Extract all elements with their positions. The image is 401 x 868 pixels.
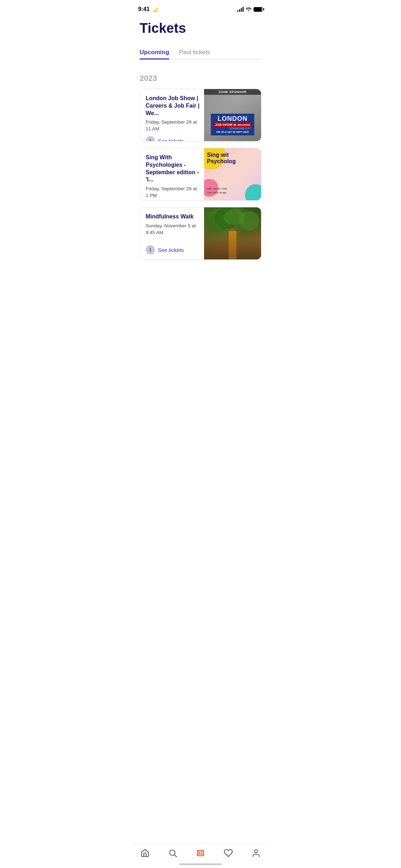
tab-upcoming[interactable]: Upcoming [140, 46, 169, 59]
event-title-sing: Sing With Psychologies - September editi… [146, 154, 200, 184]
tabs-container: Upcoming Past tickets [140, 46, 261, 60]
zone-sponsor-bar: ZONE SPONSOR [204, 89, 261, 95]
event-info-london-job-show: London Job Show | Careers & Job Fair | W… [140, 89, 204, 141]
sing-card-subtitle: with James SillsThe Sofa Singe [207, 187, 260, 195]
status-bar: 9:41 🌙 [131, 0, 270, 17]
see-tickets-link-london[interactable]: See tickets [158, 138, 184, 141]
event-image-sing: Sing wit Psycholog with James SillsThe S… [204, 148, 261, 200]
tab-past-tickets[interactable]: Past tickets [179, 46, 210, 59]
ticket-badge-mindfulness: 1 [146, 245, 155, 254]
event-card-mindfulness[interactable]: Mindfulness Walk Sunday, November 5 at 9… [140, 207, 261, 260]
event-date-london-job-show: Friday, September 29 at 11 AM [146, 119, 200, 133]
event-info-sing: Sing With Psychologies - September editi… [140, 148, 204, 200]
mindfulness-photo [204, 207, 261, 259]
event-title-london-job-show: London Job Show | Careers & Job Fair | W… [146, 95, 200, 117]
sing-card-title: Sing wit Psycholog [207, 152, 260, 164]
main-content: Tickets Upcoming Past tickets 2023 Londo… [131, 17, 270, 302]
event-card-sing[interactable]: Sing With Psychologies - September editi… [140, 148, 261, 201]
event-image-london-job-show: ZONE SPONSOR LONDON JOB SHOW ▶ Westfield… [204, 89, 261, 141]
event-date-mindfulness: Sunday, November 5 at 9:45 AM [146, 223, 200, 236]
event-info-mindfulness: Mindfulness Walk Sunday, November 5 at 9… [140, 207, 204, 259]
see-tickets-row-mindfulness: 1 See tickets [146, 245, 200, 254]
battery-icon [254, 7, 263, 12]
page-title: Tickets [140, 21, 261, 36]
event-image-mindfulness [204, 207, 261, 259]
moon-icon: 🌙 [152, 6, 158, 12]
event-title-mindfulness: Mindfulness Walk [146, 213, 200, 221]
london-job-photo: ZONE SPONSOR LONDON JOB SHOW ▶ Westfield… [204, 89, 261, 141]
ticket-badge-london: 1 [146, 136, 155, 141]
london-job-logo: LONDON JOB SHOW ▶ Westfield STRATFORD CI… [207, 114, 258, 135]
event-card-london-job-show[interactable]: London Job Show | Careers & Job Fair | W… [140, 89, 261, 141]
sing-photo: Sing wit Psycholog with James SillsThe S… [204, 148, 261, 200]
see-tickets-row-london: 1 See tickets [146, 136, 200, 141]
year-label: 2023 [140, 74, 261, 83]
signal-icon [237, 7, 244, 12]
wifi-icon [246, 6, 251, 12]
see-tickets-link-mindfulness[interactable]: See tickets [158, 247, 184, 253]
status-time: 9:41 [138, 6, 150, 12]
event-date-sing: Friday, September 29 at 1 PM [146, 186, 200, 199]
status-icons [237, 6, 263, 12]
